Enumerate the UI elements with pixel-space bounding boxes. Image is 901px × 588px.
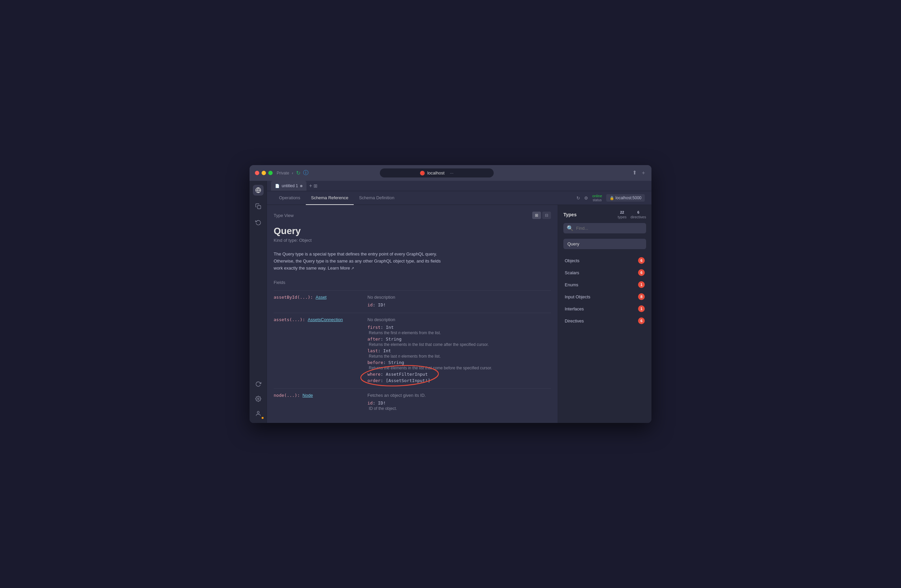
svg-point-3 — [257, 398, 259, 400]
tab-bar: 📄 untitled 1 + ⊞ — [267, 181, 652, 191]
types-title: Types — [563, 212, 577, 217]
directives-count: 6 — [638, 210, 639, 214]
objects-badge: 6 — [638, 257, 645, 264]
directives-label: directives — [631, 215, 646, 219]
nav-back[interactable]: ‹ — [292, 170, 293, 176]
enums-badge: 1 — [638, 281, 645, 288]
field-name-assets[interactable]: assets(...): — [274, 317, 308, 322]
current-tab[interactable]: 📄 untitled 1 — [271, 181, 307, 191]
schema-content: Type View ⊞ ⊟ Query Kind of type: Object… — [267, 205, 558, 423]
app-layout: 📄 untitled 1 + ⊞ Operations Schema Refer… — [249, 181, 652, 423]
browser-chrome: Private ‹ ↻ ⓘ 🔴 localhost ··· ⬆ ＋ — [249, 165, 652, 181]
types-header: Types 22 types 6 directives — [563, 210, 646, 219]
sidebar-bottom — [253, 379, 263, 419]
field-sig-assets: assets(...): AssetsConnection — [274, 317, 361, 322]
category-input-objects[interactable]: Input Objects 8 — [563, 291, 646, 303]
category-interfaces-label: Interfaces — [565, 306, 584, 311]
field-sig-node: node(...): Node — [274, 393, 361, 398]
share-icon[interactable]: ⬆ — [632, 170, 637, 176]
sidebar-item-settings[interactable] — [253, 394, 263, 404]
traffic-light-green[interactable] — [268, 171, 273, 175]
arg-before: before: String Returns the elements in t… — [368, 360, 551, 370]
nav-tabs: Operations Schema Reference Schema Defin… — [267, 191, 652, 205]
traffic-light-yellow[interactable] — [262, 171, 266, 175]
search-box[interactable]: 🔍 — [563, 223, 646, 233]
type-description: The Query type is a special type that de… — [274, 251, 448, 272]
grid-view-btn[interactable]: ⊞ — [532, 212, 541, 219]
split-view-btn[interactable]: ⊟ — [542, 212, 551, 219]
field-info-assets: No description first: Int Returns the fi… — [368, 317, 551, 384]
new-tab-icon[interactable]: ＋ — [641, 170, 646, 176]
nav-refresh[interactable]: ↻ — [296, 170, 301, 176]
category-scalars-label: Scalars — [565, 270, 579, 275]
fields-section: Fields assetById(...): Asset No descript… — [274, 280, 551, 416]
interfaces-badge: 1 — [638, 305, 645, 312]
field-type-assetbyid[interactable]: Asset — [315, 295, 327, 300]
arg-id-assetbyid: id: ID! — [368, 302, 551, 307]
favicon: 🔴 — [420, 171, 425, 176]
sidebar — [249, 181, 267, 423]
content-split: Type View ⊞ ⊟ Query Kind of type: Object… — [267, 205, 652, 423]
tab-schema-reference[interactable]: Schema Reference — [306, 191, 354, 205]
nav-tab-actions: ↻ ⚙ online status 🔒 localhost:5000 — [577, 194, 645, 202]
types-count: 22 — [620, 210, 624, 214]
status-word: status — [593, 198, 602, 202]
sidebar-item-history[interactable] — [253, 217, 263, 228]
traffic-lights — [255, 171, 273, 175]
tab-grid-button[interactable]: ⊞ — [313, 183, 318, 188]
tab-operations[interactable]: Operations — [274, 191, 306, 205]
selected-type[interactable]: Query — [563, 239, 646, 249]
arg-id-node: id: ID! ID of the object. — [368, 400, 551, 411]
lock-icon: 🔒 — [610, 196, 614, 200]
tab-schema-definition[interactable]: Schema Definition — [354, 191, 400, 205]
refresh-icon[interactable]: ↻ — [577, 196, 580, 201]
type-kind: Kind of type: Object — [274, 238, 551, 243]
category-directives[interactable]: Directives 6 — [563, 315, 646, 327]
category-interfaces[interactable]: Interfaces 1 — [563, 303, 646, 315]
fields-label: Fields — [274, 280, 551, 285]
main-content: 📄 untitled 1 + ⊞ Operations Schema Refer… — [267, 181, 652, 423]
address-menu[interactable]: ··· — [450, 170, 454, 176]
types-search-input[interactable] — [576, 226, 643, 231]
category-objects-label: Objects — [565, 258, 580, 263]
browser-actions: ⬆ ＋ — [632, 170, 646, 176]
traffic-light-red[interactable] — [255, 171, 259, 175]
private-label: Private — [277, 171, 289, 176]
input-objects-badge: 8 — [638, 293, 645, 300]
category-objects[interactable]: Objects 6 — [563, 255, 646, 266]
field-type-assets[interactable]: AssetsConnection — [308, 317, 343, 322]
sidebar-item-refresh[interactable] — [253, 379, 263, 389]
server-info[interactable]: 🔒 localhost:5000 — [606, 194, 645, 202]
sidebar-item-copy[interactable] — [253, 201, 263, 212]
sidebar-item-globe[interactable] — [253, 185, 263, 196]
address-bar[interactable]: 🔴 localhost ··· — [380, 168, 494, 177]
arg-order: order: [AssetSortInput!] — [368, 378, 551, 383]
field-info-node: Fetches an object given its ID. id: ID! … — [368, 393, 551, 412]
view-toggle: ⊞ ⊟ — [532, 212, 551, 219]
field-desc-node: Fetches an object given its ID. — [368, 393, 551, 398]
field-row-assetbyid: assetById(...): Asset No description id:… — [274, 290, 551, 313]
category-scalars[interactable]: Scalars 6 — [563, 266, 646, 278]
category-enums[interactable]: Enums 1 — [563, 278, 646, 291]
nav-info[interactable]: ⓘ — [303, 170, 309, 176]
tab-modified-dot — [300, 185, 302, 187]
user-badge — [261, 416, 264, 420]
field-name-assetbyid[interactable]: assetById(...): — [274, 295, 315, 300]
tab-doc-icon: 📄 — [275, 184, 280, 188]
category-directives-label: Directives — [565, 319, 584, 324]
svg-point-4 — [257, 411, 259, 413]
arg-after: after: String Returns the elements in th… — [368, 336, 551, 347]
category-input-objects-label: Input Objects — [565, 294, 591, 299]
field-name-node[interactable]: node(...): — [274, 393, 302, 398]
types-meta: 22 types 6 directives — [617, 210, 646, 219]
types-count-item: 22 types — [617, 210, 626, 219]
tab-add-button[interactable]: + — [309, 183, 312, 189]
learn-more-link[interactable]: Learn More — [328, 266, 354, 271]
settings-icon[interactable]: ⚙ — [584, 196, 588, 201]
arg-where: where: AssetFilterInput — [368, 372, 551, 377]
directives-count-item: 6 directives — [631, 210, 646, 219]
field-type-node[interactable]: Node — [302, 393, 313, 398]
svg-rect-2 — [257, 205, 260, 209]
sidebar-item-user[interactable] — [253, 408, 263, 419]
category-enums-label: Enums — [565, 282, 578, 287]
